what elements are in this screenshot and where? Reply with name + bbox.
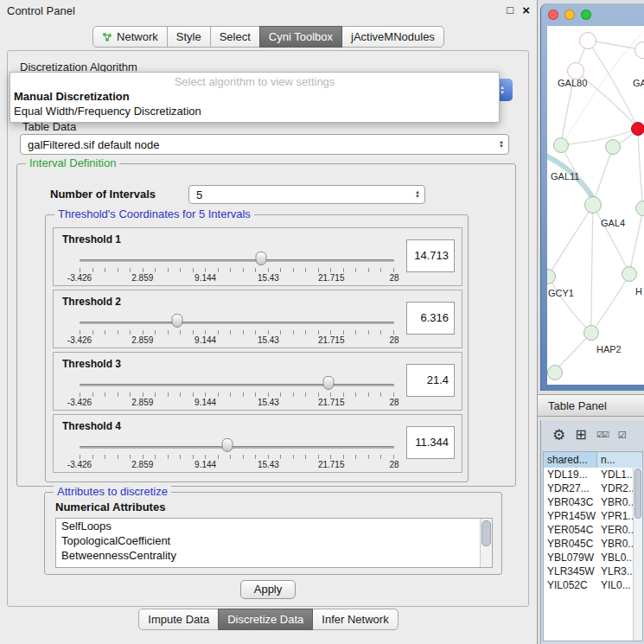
slider-thumb[interactable] — [222, 438, 233, 452]
table-data-combobox[interactable]: galFiltered.sif default node ▲▼ — [20, 134, 509, 155]
table-row[interactable]: YPR145WYPR1... — [544, 509, 642, 523]
slider-thumb[interactable] — [322, 376, 334, 390]
slider-track[interactable] — [80, 384, 394, 386]
numerical-attributes-list[interactable]: SelfLoops TopologicalCoefficient Between… — [55, 518, 493, 568]
table-scrollbar[interactable] — [633, 468, 642, 641]
table-row[interactable]: YDL19...YDL1... — [544, 468, 642, 481]
slider-ticks — [80, 268, 394, 272]
table-row[interactable]: YER054CYER0... — [544, 523, 642, 537]
slider-ticks — [80, 330, 394, 335]
threshold-value-field[interactable]: 11.344 — [406, 426, 455, 459]
table-header-row: shared... n... — [544, 452, 642, 468]
select-column-icon[interactable]: ☑ — [618, 430, 627, 440]
gear-icon[interactable]: ⚙ — [552, 428, 565, 443]
dropdown-option-equal-width[interactable]: Equal Width/Frequency Discretization — [10, 104, 499, 118]
network-node[interactable] — [622, 266, 637, 282]
scrollbar-thumb[interactable] — [481, 520, 491, 546]
tab-label: Style — [176, 30, 201, 43]
threshold-value-field[interactable]: 21.4 — [406, 364, 455, 397]
close-traffic-light-icon[interactable] — [548, 10, 558, 20]
dropdown-option-manual-discretization[interactable]: Manual Discretization — [10, 89, 499, 104]
interval-definition-group: Interval Definition Number of Intervals … — [16, 163, 516, 487]
screen: Control Panel □ × Network Style Select C… — [0, 0, 644, 644]
threshold-2-panel: Threshold 2 6.316 -3.4262.8599.14415.432… — [53, 290, 462, 348]
attributes-group: Attributes to discretize Numerical Attri… — [44, 492, 502, 575]
table-panel-titlebar: Table Panel — [538, 394, 644, 417]
threshold-value-field[interactable]: 14.713 — [406, 239, 455, 272]
table-row[interactable]: YBR045CYBR0... — [544, 537, 642, 551]
tab-jactivemnodules[interactable]: jActiveMNodules — [341, 26, 444, 48]
threshold-slider[interactable]: -3.4262.8599.14415.4321.71528 — [80, 251, 394, 285]
number-of-intervals-label: Number of Intervals — [50, 188, 156, 201]
node-label: GAL4 — [601, 218, 625, 228]
network-node[interactable] — [605, 139, 621, 155]
slider-track[interactable] — [80, 322, 394, 324]
network-node[interactable] — [547, 365, 563, 380]
slider-thumb[interactable] — [171, 314, 182, 328]
network-node[interactable] — [553, 137, 569, 153]
list-scrollbar[interactable] — [480, 519, 492, 567]
number-of-intervals-combobox[interactable]: 5 ▲▼ — [188, 185, 425, 204]
minimize-traffic-light-icon[interactable] — [564, 10, 575, 20]
window-title: Control Panel — [7, 4, 75, 17]
window-traffic-lights — [548, 10, 591, 20]
network-canvas[interactable]: GAL80 GA GAL11 GAL4 GCY1 H HAP2 — [547, 26, 644, 385]
dropdown-placeholder: Select algorithm to view settings — [10, 74, 499, 89]
table-panel-title: Table Panel — [548, 399, 607, 412]
table-data-value: galFiltered.sif default node — [28, 138, 159, 151]
tab-label: jActiveMNodules — [351, 30, 435, 43]
control-panel: Control Panel □ × Network Style Select C… — [0, 0, 538, 644]
table-row[interactable]: YLR345WYLR3... — [544, 564, 642, 578]
combobox-arrows-icon: ▲▼ — [415, 190, 420, 199]
combobox-arrows-icon: ▲▼ — [499, 140, 504, 149]
thresholds-group: Threshold's Coordinates for 5 Intervals … — [45, 214, 469, 482]
float-window-icon[interactable]: □ — [507, 3, 513, 16]
tab-impute-data[interactable]: Impute Data — [138, 609, 219, 630]
network-node[interactable] — [583, 325, 599, 341]
cyni-toolbox-panel: Discretization Algorithm ▲▼ Select algor… — [7, 50, 529, 607]
slider-scale: -3.4262.8599.14415.4321.71528 — [80, 460, 394, 470]
column-header-name[interactable]: n... — [597, 452, 642, 468]
threshold-slider[interactable]: -3.4262.8599.14415.4321.71528 — [80, 375, 394, 410]
table-row[interactable]: YDR27...YDR2... — [544, 481, 642, 495]
scrollbar-thumb[interactable] — [634, 469, 641, 519]
network-view-window: GAL80 GA GAL11 GAL4 GCY1 H HAP2 — [540, 3, 644, 391]
threshold-slider[interactable]: -3.4262.8599.14415.4321.71528 — [80, 313, 394, 348]
threshold-slider[interactable]: -3.4262.8599.14415.4321.71528 — [80, 437, 394, 472]
slider-ticks — [80, 455, 394, 459]
table-row[interactable]: YBL079WYBL0... — [544, 551, 642, 564]
network-node[interactable] — [567, 62, 584, 80]
threshold-1-panel: Threshold 1 14.713 -3.4262.8599.14415.43… — [53, 227, 462, 286]
node-label: GAL80 — [558, 78, 587, 88]
table-row[interactable]: YBR043CYBR0... — [544, 495, 642, 509]
network-node[interactable] — [579, 32, 596, 49]
network-node-selected[interactable] — [631, 122, 644, 136]
network-node[interactable] — [584, 196, 602, 214]
table-row[interactable]: YIL052CYIL0... — [544, 578, 642, 592]
slider-track[interactable] — [80, 259, 394, 262]
tab-style[interactable]: Style — [167, 26, 211, 48]
table-panel-window: ⚙ ⊞ ☑☑ ☑ shared... n... YDL19...YDL1... … — [540, 420, 644, 644]
columns-icon[interactable]: ⊞ — [575, 428, 586, 442]
threshold-value-field[interactable]: 6.316 — [406, 302, 455, 335]
tab-network[interactable]: Network — [92, 26, 168, 48]
numerical-attributes-label: Numerical Attributes — [55, 501, 165, 513]
slider-thumb[interactable] — [256, 252, 267, 265]
column-header-shared[interactable]: shared... — [544, 452, 597, 468]
apply-button[interactable]: Apply — [240, 580, 296, 599]
slider-track[interactable] — [80, 446, 394, 449]
threshold-label: Threshold 3 — [62, 358, 121, 370]
interval-definition-title: Interval Definition — [26, 156, 119, 169]
list-item[interactable]: TopologicalCoefficient — [56, 533, 492, 548]
select-all-columns-icon[interactable]: ☑☑ — [596, 431, 609, 439]
tab-infer-network[interactable]: Infer Network — [312, 609, 398, 630]
slider-ticks — [80, 392, 394, 397]
tab-cyni-toolbox[interactable]: Cyni Toolbox — [259, 26, 342, 48]
attributes-group-title: Attributes to discretize — [54, 485, 171, 498]
close-icon[interactable]: × — [522, 3, 530, 17]
tab-discretize-data[interactable]: Discretize Data — [218, 609, 313, 630]
list-item[interactable]: SelfLoops — [56, 519, 492, 533]
list-item[interactable]: BetweennessCentrality — [56, 548, 492, 563]
tab-select[interactable]: Select — [210, 26, 260, 48]
zoom-traffic-light-icon[interactable] — [581, 10, 591, 20]
